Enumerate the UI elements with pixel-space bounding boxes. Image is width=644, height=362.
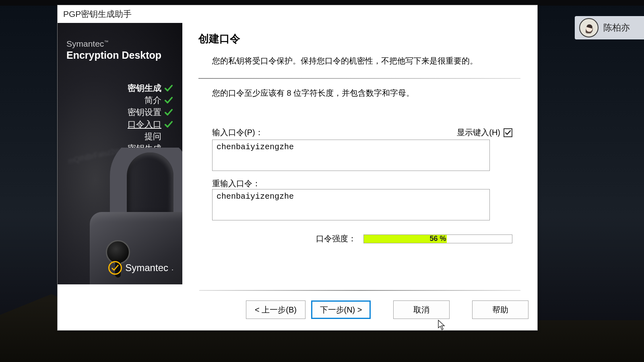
help-button[interactable]: 帮助 (472, 300, 528, 319)
symantec-logo: Symantec. (108, 261, 173, 275)
strength-row: 口令强度： 56 % (212, 233, 512, 244)
step-key-generation-final: 密钥生成 (66, 142, 173, 154)
brand-line-2: Encryption Desktop (66, 49, 173, 61)
next-button[interactable]: 下一步(N) > (311, 300, 371, 319)
description-secondary: 您的口令至少应该有 8 位字符长度，并包含数字和字母。 (212, 87, 520, 99)
wizard-content: 创建口令 您的私钥将受口令保护。保持您口令的机密性，不把他写下来是很重要的。 您… (182, 23, 537, 284)
passphrase-input[interactable] (212, 140, 490, 171)
confirm-passphrase-label: 重输入口令： (212, 178, 512, 189)
step-label: 提问 (144, 131, 161, 142)
page-heading: 创建口令 (198, 32, 520, 46)
wizard-sidebar: Symantec™ Encryption Desktop 密钥生成 简介 密钥设… (58, 23, 182, 284)
check-icon (164, 95, 173, 105)
symantec-dot: . (171, 264, 173, 272)
show-typing-checkbox[interactable] (504, 128, 512, 137)
check-icon (164, 83, 173, 93)
step-question: 提问 (66, 130, 173, 142)
step-label: 简介 (144, 95, 161, 106)
show-typing-label: 显示键入(H) (457, 127, 500, 138)
wizard-button-row: < 上一步(B) 下一步(N) > 取消 帮助 (66, 300, 528, 319)
divider (198, 78, 520, 79)
wizard-footer: < 上一步(B) 下一步(N) > 取消 帮助 (58, 290, 537, 330)
step-intro: 简介 (66, 94, 173, 106)
avatar-icon (579, 18, 599, 37)
show-typing-toggle[interactable]: 显示键入(H) (457, 127, 512, 138)
brand-line-1: Symantec™ (66, 39, 173, 49)
back-button[interactable]: < 上一步(B) (246, 300, 305, 319)
footer-divider (199, 290, 520, 291)
step-spacer (164, 144, 173, 153)
step-key-generation: 密钥生成 (66, 82, 173, 94)
window-title: PGP密钥生成助手 (63, 8, 132, 20)
step-label: 密钥生成 (128, 143, 161, 154)
pgp-key-wizard-window: PGP密钥生成助手 Symantec™ Encryption Desktop 密… (57, 5, 538, 331)
description-primary: 您的私钥将受口令保护。保持您口令的机密性，不把他写下来是很重要的。 (212, 55, 520, 67)
passphrase-field-group: 输入口令(P)： 显示键入(H) 重输入口令： (212, 127, 512, 228)
strength-label: 口令强度： (316, 233, 356, 244)
brand-name: Symantec (66, 39, 104, 48)
wizard-body: Symantec™ Encryption Desktop 密钥生成 简介 密钥设… (58, 23, 537, 284)
brand-tm: ™ (104, 39, 108, 44)
wizard-steps-list: 密钥生成 简介 密钥设置 口令入口 提问 (66, 82, 173, 154)
user-display-name: 陈柏亦 (603, 22, 630, 34)
check-icon (164, 107, 173, 117)
passphrase-label: 输入口令(P)： (212, 127, 263, 138)
step-label: 密钥设置 (128, 107, 161, 118)
step-spacer (164, 132, 173, 141)
confirm-passphrase-input[interactable] (212, 189, 490, 220)
check-icon (164, 119, 173, 129)
step-passphrase-entry: 口令入口 (66, 118, 173, 130)
strength-percent-text: 56 % (364, 235, 512, 243)
step-label: 口令入口 (128, 119, 161, 130)
symantec-text: Symantec (125, 262, 168, 274)
strength-meter: 56 % (363, 234, 512, 243)
symantec-mark-icon (108, 261, 122, 275)
step-label: 密钥生成 (128, 82, 161, 94)
cancel-button[interactable]: 取消 (393, 300, 450, 319)
user-overlay-badge: 陈柏亦 (575, 16, 644, 39)
window-titlebar[interactable]: PGP密钥生成助手 (58, 5, 537, 23)
passphrase-header-row: 输入口令(P)： 显示键入(H) (212, 127, 512, 138)
step-key-settings: 密钥设置 (66, 106, 173, 118)
